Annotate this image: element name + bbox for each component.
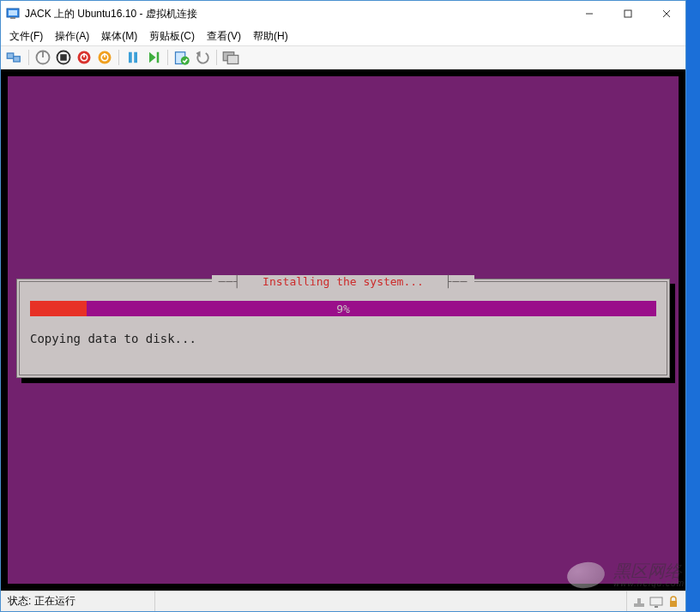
menu-media[interactable]: 媒体(M) <box>101 29 137 44</box>
ctrl-alt-del-button[interactable] <box>6 49 23 66</box>
svg-rect-1 <box>9 10 17 15</box>
svg-rect-12 <box>60 54 67 61</box>
vm-display-area: ──┤ Installing the system... ├── 9% Copy… <box>1 69 685 591</box>
shutdown-icon <box>75 49 93 66</box>
guest-screen[interactable]: ──┤ Installing the system... ├── 9% Copy… <box>8 76 679 584</box>
pause-icon <box>124 49 142 66</box>
separator <box>216 50 217 65</box>
minimize-icon <box>585 9 594 18</box>
window-controls <box>570 1 685 27</box>
svg-rect-28 <box>634 603 644 607</box>
installer-dialog: ──┤ Installing the system... ├── 9% Copy… <box>16 279 670 378</box>
keys-icon <box>6 49 23 66</box>
title-border-right: ├── <box>431 275 474 288</box>
checkpoint-icon <box>173 49 190 66</box>
shutdown-button[interactable] <box>75 49 93 66</box>
svg-rect-30 <box>650 597 662 605</box>
svg-rect-27 <box>227 56 238 64</box>
pause-button[interactable] <box>124 49 142 66</box>
lock-icon <box>667 595 680 609</box>
maximize-button[interactable] <box>608 1 647 27</box>
checkpoint-button[interactable] <box>173 49 190 66</box>
separator <box>28 50 29 65</box>
minimize-button[interactable] <box>570 1 608 27</box>
menu-clipboard[interactable]: 剪贴板(C) <box>149 29 195 44</box>
app-icon <box>6 7 20 21</box>
revert-icon <box>194 49 211 66</box>
separator <box>118 50 119 65</box>
progress-percent: 9% <box>30 301 656 316</box>
revert-button[interactable] <box>194 49 211 66</box>
reset-button[interactable] <box>145 49 162 66</box>
reset-icon <box>145 49 162 66</box>
close-button[interactable] <box>647 1 685 27</box>
svg-rect-4 <box>625 10 631 17</box>
enhanced-session-icon <box>222 49 239 66</box>
menu-view[interactable]: 查看(V) <box>207 29 241 44</box>
svg-rect-32 <box>670 601 677 607</box>
close-icon <box>662 9 671 18</box>
turnoff-icon <box>55 49 72 66</box>
save-button[interactable] <box>96 49 113 66</box>
enhanced-session-button[interactable] <box>222 49 239 66</box>
titlebar: JACK 上的 Ubuntu16.10 - 虚拟机连接 <box>1 1 685 27</box>
menu-file[interactable]: 文件(F) <box>9 29 43 44</box>
display-icon <box>649 595 663 609</box>
turnoff-button[interactable] <box>55 49 72 66</box>
svg-marker-21 <box>149 52 156 63</box>
start-button[interactable] <box>34 49 51 66</box>
network-icon <box>632 595 646 609</box>
start-icon <box>34 49 51 66</box>
svg-rect-20 <box>134 52 137 63</box>
menu-help[interactable]: 帮助(H) <box>253 29 288 44</box>
title-border-left: ──┤ <box>212 275 256 288</box>
dialog-title-row: ──┤ Installing the system... ├── <box>20 275 667 288</box>
install-status-text: Copying data to disk... <box>30 332 196 345</box>
svg-rect-31 <box>655 606 658 608</box>
window-title: JACK 上的 Ubuntu16.10 - 虚拟机连接 <box>25 7 197 21</box>
progress-bar: 9% <box>30 301 656 316</box>
maximize-icon <box>624 9 632 18</box>
svg-rect-7 <box>7 53 14 58</box>
svg-rect-22 <box>157 52 160 63</box>
svg-rect-8 <box>14 57 21 62</box>
statusbar: 状态: 正在运行 <box>1 591 685 611</box>
separator <box>167 50 168 65</box>
save-icon <box>96 49 113 66</box>
menubar: 文件(F) 操作(A) 媒体(M) 剪贴板(C) 查看(V) 帮助(H) <box>1 27 685 45</box>
svg-rect-2 <box>10 17 15 19</box>
hyperv-window: JACK 上的 Ubuntu16.10 - 虚拟机连接 文件(F) 操作(A) … <box>0 0 686 612</box>
dialog-title: Installing the system... <box>256 275 431 288</box>
status-icons <box>627 595 685 609</box>
toolbar <box>1 45 685 69</box>
status-empty <box>155 591 627 611</box>
status-text: 状态: 正在运行 <box>1 591 155 611</box>
svg-rect-29 <box>637 598 641 603</box>
svg-rect-19 <box>129 52 132 63</box>
menu-action[interactable]: 操作(A) <box>55 29 89 44</box>
